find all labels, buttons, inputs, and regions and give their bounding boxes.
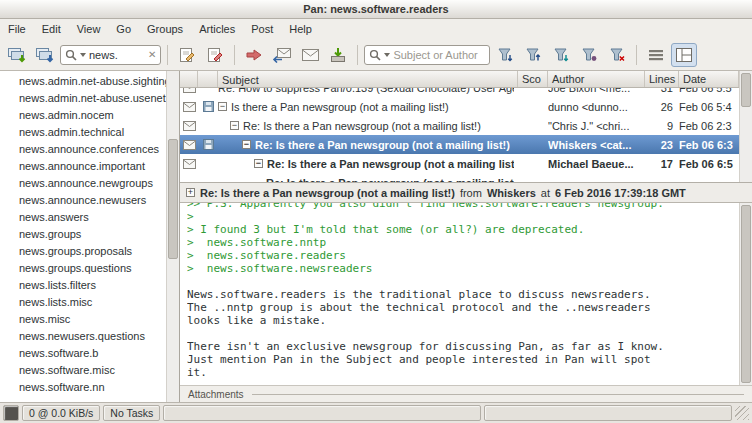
resize-grip[interactable]	[735, 406, 749, 420]
thread-row[interactable]: Re: How to suppress Pan/0.139 (Sexual Ch…	[180, 88, 739, 97]
menu-edit[interactable]: Edit	[34, 19, 69, 40]
match-binary-filter-button[interactable]	[576, 43, 602, 67]
at-label: at	[541, 187, 550, 199]
open-message-button[interactable]	[297, 43, 323, 67]
reply-button[interactable]	[269, 43, 295, 67]
thread-expander-icon[interactable]: −	[218, 102, 227, 111]
thread-row[interactable]: Re: Is there a Pan newsgroup (not a mail…	[180, 173, 739, 182]
group-item[interactable]: news.admin.technical	[0, 124, 166, 141]
header-expander-icon[interactable]: +	[186, 188, 195, 197]
thread-scrollbar-thumb[interactable]	[741, 73, 751, 107]
get-new-headers-button[interactable]	[4, 43, 30, 67]
column-score-header[interactable]: Sco	[518, 71, 548, 87]
body-line: News.software.readers is the traditional…	[187, 288, 739, 301]
filter-funnel-binary-icon	[582, 48, 597, 62]
thread-expander-icon[interactable]: −	[254, 159, 263, 168]
group-item[interactable]: news.lists.filters	[0, 277, 166, 294]
forward-button[interactable]	[241, 43, 267, 67]
match-cached-filter-button[interactable]	[548, 43, 574, 67]
followup-button[interactable]	[202, 43, 228, 67]
group-item[interactable]: news.answers	[0, 209, 166, 226]
group-item[interactable]: news.groups.questions	[0, 260, 166, 277]
body-line: > I found 3 but I'm told that some (or a…	[187, 223, 739, 236]
group-item[interactable]: news.software.nn	[0, 379, 166, 396]
thread-subject: Re: Is there a Pan newsgroup (not a mail…	[255, 139, 510, 151]
clear-search-icon[interactable]: ✕	[148, 50, 156, 60]
statusbar: 0 @ 0.0 KiB/s No Tasks	[0, 402, 752, 423]
right-pane: Subject Sco Author Lines Date Re: How to…	[180, 71, 752, 402]
group-item[interactable]: news.announce.important	[0, 158, 166, 175]
column-lines-header[interactable]: Lines	[645, 71, 679, 87]
view-pane-layout-button[interactable]	[671, 43, 697, 67]
article-header-bar: + Re: Is there a Pan newsgroup (not a ma…	[180, 183, 752, 203]
thread-author: dunno <dunno...	[548, 101, 645, 113]
save-article-button[interactable]	[325, 43, 351, 67]
connection-status-icon[interactable]	[3, 405, 19, 421]
group-item[interactable]: news.admin.net-abuse.usenet	[0, 90, 166, 107]
search-options-caret-icon[interactable]	[384, 53, 390, 57]
thread-expander-icon[interactable]: −	[242, 140, 251, 149]
group-item[interactable]: news.announce.conferences	[0, 141, 166, 158]
get-subscribed-headers-button[interactable]	[32, 43, 58, 67]
group-item[interactable]: news.software.misc	[0, 362, 166, 379]
group-item[interactable]: news.misc	[0, 311, 166, 328]
column-date-header[interactable]: Date	[679, 71, 739, 87]
search-options-caret-icon[interactable]	[80, 53, 86, 57]
view-list-layout-button[interactable]	[643, 43, 669, 67]
thread-date: Feb 06 2:3	[679, 120, 739, 132]
body-line: The ..nntp group is about the technical …	[187, 301, 739, 314]
menu-post[interactable]: Post	[243, 19, 281, 40]
body-scrollbar-thumb[interactable]	[741, 205, 751, 383]
group-item[interactable]: news.lists.misc	[0, 294, 166, 311]
article-body-text: >> P.S. Apparently you also didn't find …	[180, 203, 739, 385]
thread-row[interactable]: − Re: Is there a Pan newsgroup (not a ma…	[180, 116, 739, 135]
attachments-bar[interactable]: Attachments	[180, 385, 752, 402]
match-read-filter-button[interactable]	[520, 43, 546, 67]
task-status[interactable]: No Tasks	[103, 405, 160, 421]
body-line: looks like a mistake.	[187, 314, 739, 327]
post-article-icon	[178, 46, 196, 64]
match-saved-filter-button[interactable]	[604, 43, 630, 67]
menu-file[interactable]: File	[0, 19, 34, 40]
thread-date: Feb 06 6:5	[679, 158, 739, 170]
read-state-icon	[180, 102, 198, 112]
thread-scrollbar[interactable]	[739, 71, 752, 182]
column-state-icon-header[interactable]	[180, 71, 198, 87]
column-author-header[interactable]: Author	[548, 71, 645, 87]
menu-go[interactable]: Go	[108, 19, 139, 40]
groups-scrollbar[interactable]	[166, 71, 179, 402]
body-line	[187, 275, 739, 288]
group-filter-input[interactable]	[89, 49, 145, 61]
body-line: > news.software.nntp	[187, 236, 739, 249]
group-item[interactable]: news.groups.proposals	[0, 243, 166, 260]
post-article-button[interactable]	[174, 43, 200, 67]
groups-list: news.admin.net-abuse.sightings news.admi…	[0, 71, 166, 402]
menu-help[interactable]: Help	[281, 19, 320, 40]
toolbar-separator	[636, 45, 637, 65]
article-filter-input[interactable]	[393, 49, 485, 61]
group-item[interactable]: news.announce.newusers	[0, 192, 166, 209]
thread-row-selected[interactable]: − Re: Is there a Pan newsgroup (not a ma…	[180, 135, 739, 154]
thread-row[interactable]: − Re: Is there a Pan newsgroup (not a ma…	[180, 154, 739, 173]
thread-column-headers: Subject Sco Author Lines Date	[180, 71, 739, 88]
menu-articles[interactable]: Articles	[191, 19, 243, 40]
groups-pane: news.admin.net-abuse.sightings news.admi…	[0, 71, 180, 402]
group-item[interactable]: news.groups	[0, 226, 166, 243]
thread-row[interactable]: − Is there a Pan newsgroup (not a mailin…	[180, 97, 739, 116]
thread-expander-icon[interactable]: −	[230, 121, 239, 130]
menu-view[interactable]: View	[69, 19, 109, 40]
group-item[interactable]: news.admin.nocem	[0, 107, 166, 124]
column-subject-header[interactable]: Subject	[218, 71, 518, 87]
body-line: There isn't an exclusive newsgroup for d…	[187, 340, 739, 353]
group-item[interactable]: news.announce.newgroups	[0, 175, 166, 192]
group-item[interactable]: news.software.b	[0, 345, 166, 362]
body-line	[187, 327, 739, 340]
thread-subject: Re: Is there a Pan newsgroup (not a mail…	[266, 177, 514, 183]
match-unread-filter-button[interactable]	[492, 43, 518, 67]
groups-scrollbar-thumb[interactable]	[168, 139, 178, 259]
column-cache-icon-header[interactable]	[198, 71, 218, 87]
group-item[interactable]: news.newusers.questions	[0, 328, 166, 345]
body-scrollbar[interactable]	[739, 203, 752, 385]
group-item[interactable]: news.admin.net-abuse.sightings	[0, 73, 166, 90]
menu-groups[interactable]: Groups	[139, 19, 191, 40]
